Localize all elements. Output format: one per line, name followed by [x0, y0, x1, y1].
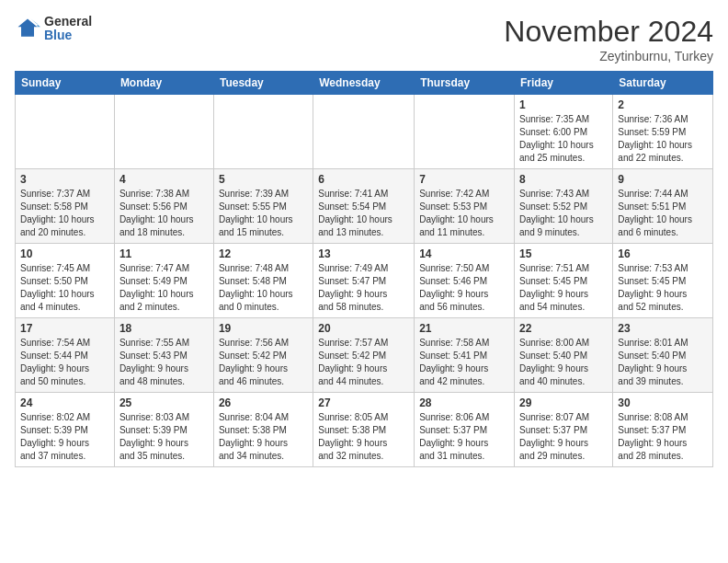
day-info: Sunrise: 8:04 AM Sunset: 5:38 PM Dayligh… [219, 411, 308, 463]
day-number: 10 [20, 247, 109, 260]
calendar-cell [415, 95, 515, 169]
day-info: Sunrise: 8:08 AM Sunset: 5:37 PM Dayligh… [618, 411, 708, 463]
day-info: Sunrise: 7:39 AM Sunset: 5:55 PM Dayligh… [219, 188, 308, 239]
day-number: 28 [419, 396, 509, 409]
weekday-header-thursday: Thursday [415, 72, 515, 95]
calendar-cell [213, 95, 313, 169]
day-info: Sunrise: 8:02 AM Sunset: 5:39 PM Dayligh… [20, 411, 109, 463]
day-info: Sunrise: 8:00 AM Sunset: 5:40 PM Dayligh… [519, 337, 608, 388]
day-number: 23 [618, 322, 708, 335]
day-number: 16 [618, 247, 708, 260]
calendar-cell: 5Sunrise: 7:39 AM Sunset: 5:55 PM Daylig… [213, 169, 313, 244]
calendar-cell: 2Sunrise: 7:36 AM Sunset: 5:59 PM Daylig… [613, 95, 713, 169]
week-row-5: 24Sunrise: 8:02 AM Sunset: 5:39 PM Dayli… [16, 393, 713, 467]
weekday-header-tuesday: Tuesday [213, 72, 313, 95]
calendar-cell: 15Sunrise: 7:51 AM Sunset: 5:45 PM Dayli… [515, 244, 613, 318]
calendar-cell: 9Sunrise: 7:44 AM Sunset: 5:51 PM Daylig… [613, 169, 713, 244]
day-number: 2 [618, 98, 708, 111]
day-number: 27 [318, 396, 409, 409]
day-info: Sunrise: 7:57 AM Sunset: 5:42 PM Dayligh… [318, 337, 409, 388]
calendar-cell [114, 95, 213, 169]
location-text: Zeytinburnu, Turkey [504, 49, 713, 63]
weekday-header-wednesday: Wednesday [313, 72, 415, 95]
day-number: 18 [119, 322, 209, 335]
day-info: Sunrise: 7:58 AM Sunset: 5:41 PM Dayligh… [419, 337, 509, 388]
calendar-cell: 1Sunrise: 7:35 AM Sunset: 6:00 PM Daylig… [515, 95, 613, 169]
title-block: November 2024 Zeytinburnu, Turkey [504, 15, 713, 63]
calendar-cell: 13Sunrise: 7:49 AM Sunset: 5:47 PM Dayli… [313, 244, 415, 318]
day-number: 26 [219, 396, 308, 409]
day-number: 7 [419, 173, 509, 186]
calendar-cell: 6Sunrise: 7:41 AM Sunset: 5:54 PM Daylig… [313, 169, 415, 244]
day-number: 5 [219, 173, 308, 186]
calendar-cell: 17Sunrise: 7:54 AM Sunset: 5:44 PM Dayli… [16, 318, 115, 393]
calendar-cell [313, 95, 415, 169]
day-number: 22 [519, 322, 608, 335]
calendar-cell: 25Sunrise: 8:03 AM Sunset: 5:39 PM Dayli… [114, 393, 213, 467]
day-number: 12 [219, 247, 308, 260]
calendar-cell: 28Sunrise: 8:06 AM Sunset: 5:37 PM Dayli… [415, 393, 515, 467]
day-info: Sunrise: 7:42 AM Sunset: 5:53 PM Dayligh… [419, 188, 509, 239]
calendar-cell: 7Sunrise: 7:42 AM Sunset: 5:53 PM Daylig… [415, 169, 515, 244]
day-info: Sunrise: 7:43 AM Sunset: 5:52 PM Dayligh… [519, 188, 608, 239]
calendar-cell: 16Sunrise: 7:53 AM Sunset: 5:45 PM Dayli… [613, 244, 713, 318]
day-number: 15 [519, 247, 608, 260]
calendar-cell: 26Sunrise: 8:04 AM Sunset: 5:38 PM Dayli… [213, 393, 313, 467]
day-info: Sunrise: 7:36 AM Sunset: 5:59 PM Dayligh… [618, 113, 708, 165]
calendar-cell: 19Sunrise: 7:56 AM Sunset: 5:42 PM Dayli… [213, 318, 313, 393]
day-number: 25 [119, 396, 209, 409]
day-info: Sunrise: 7:37 AM Sunset: 5:58 PM Dayligh… [20, 188, 109, 239]
day-info: Sunrise: 7:54 AM Sunset: 5:44 PM Dayligh… [20, 337, 109, 388]
page-header: General Blue November 2024 Zeytinburnu, … [15, 15, 713, 63]
day-number: 11 [119, 247, 209, 260]
calendar-cell: 27Sunrise: 8:05 AM Sunset: 5:38 PM Dayli… [313, 393, 415, 467]
weekday-header-sunday: Sunday [16, 72, 115, 95]
day-number: 14 [419, 247, 509, 260]
calendar-cell: 30Sunrise: 8:08 AM Sunset: 5:37 PM Dayli… [613, 393, 713, 467]
calendar-cell: 12Sunrise: 7:48 AM Sunset: 5:48 PM Dayli… [213, 244, 313, 318]
day-number: 6 [318, 173, 409, 186]
calendar-table: SundayMondayTuesdayWednesdayThursdayFrid… [15, 71, 713, 467]
week-row-2: 3Sunrise: 7:37 AM Sunset: 5:58 PM Daylig… [16, 169, 713, 244]
day-info: Sunrise: 7:41 AM Sunset: 5:54 PM Dayligh… [318, 188, 409, 239]
logo-icon [15, 16, 40, 41]
calendar-cell: 11Sunrise: 7:47 AM Sunset: 5:49 PM Dayli… [114, 244, 213, 318]
weekday-header-row: SundayMondayTuesdayWednesdayThursdayFrid… [16, 72, 713, 95]
day-info: Sunrise: 7:51 AM Sunset: 5:45 PM Dayligh… [519, 262, 608, 314]
week-row-4: 17Sunrise: 7:54 AM Sunset: 5:44 PM Dayli… [16, 318, 713, 393]
day-info: Sunrise: 8:05 AM Sunset: 5:38 PM Dayligh… [318, 411, 409, 463]
calendar-cell: 24Sunrise: 8:02 AM Sunset: 5:39 PM Dayli… [16, 393, 115, 467]
day-number: 13 [318, 247, 409, 260]
day-info: Sunrise: 7:45 AM Sunset: 5:50 PM Dayligh… [20, 262, 109, 314]
week-row-1: 1Sunrise: 7:35 AM Sunset: 6:00 PM Daylig… [16, 95, 713, 169]
day-number: 30 [618, 396, 708, 409]
calendar-cell: 20Sunrise: 7:57 AM Sunset: 5:42 PM Dayli… [313, 318, 415, 393]
calendar-cell: 18Sunrise: 7:55 AM Sunset: 5:43 PM Dayli… [114, 318, 213, 393]
day-number: 8 [519, 173, 608, 186]
day-info: Sunrise: 7:53 AM Sunset: 5:45 PM Dayligh… [618, 262, 708, 314]
day-info: Sunrise: 8:01 AM Sunset: 5:40 PM Dayligh… [618, 337, 708, 388]
calendar-cell: 14Sunrise: 7:50 AM Sunset: 5:46 PM Dayli… [415, 244, 515, 318]
day-info: Sunrise: 7:48 AM Sunset: 5:48 PM Dayligh… [219, 262, 308, 314]
day-info: Sunrise: 7:56 AM Sunset: 5:42 PM Dayligh… [219, 337, 308, 388]
day-info: Sunrise: 7:47 AM Sunset: 5:49 PM Dayligh… [119, 262, 209, 314]
day-number: 17 [20, 322, 109, 335]
day-info: Sunrise: 8:06 AM Sunset: 5:37 PM Dayligh… [419, 411, 509, 463]
calendar-cell: 3Sunrise: 7:37 AM Sunset: 5:58 PM Daylig… [16, 169, 115, 244]
logo-blue-text: Blue [44, 29, 92, 42]
logo: General Blue [15, 15, 92, 43]
day-info: Sunrise: 7:55 AM Sunset: 5:43 PM Dayligh… [119, 337, 209, 388]
calendar-cell: 8Sunrise: 7:43 AM Sunset: 5:52 PM Daylig… [515, 169, 613, 244]
day-info: Sunrise: 8:07 AM Sunset: 5:37 PM Dayligh… [519, 411, 608, 463]
day-number: 24 [20, 396, 109, 409]
calendar-cell: 29Sunrise: 8:07 AM Sunset: 5:37 PM Dayli… [515, 393, 613, 467]
day-number: 29 [519, 396, 608, 409]
logo-general-text: General [44, 15, 92, 29]
weekday-header-monday: Monday [114, 72, 213, 95]
day-info: Sunrise: 7:50 AM Sunset: 5:46 PM Dayligh… [419, 262, 509, 314]
weekday-header-saturday: Saturday [613, 72, 713, 95]
calendar-cell: 4Sunrise: 7:38 AM Sunset: 5:56 PM Daylig… [114, 169, 213, 244]
day-info: Sunrise: 7:49 AM Sunset: 5:47 PM Dayligh… [318, 262, 409, 314]
day-number: 9 [618, 173, 708, 186]
calendar-cell: 23Sunrise: 8:01 AM Sunset: 5:40 PM Dayli… [613, 318, 713, 393]
